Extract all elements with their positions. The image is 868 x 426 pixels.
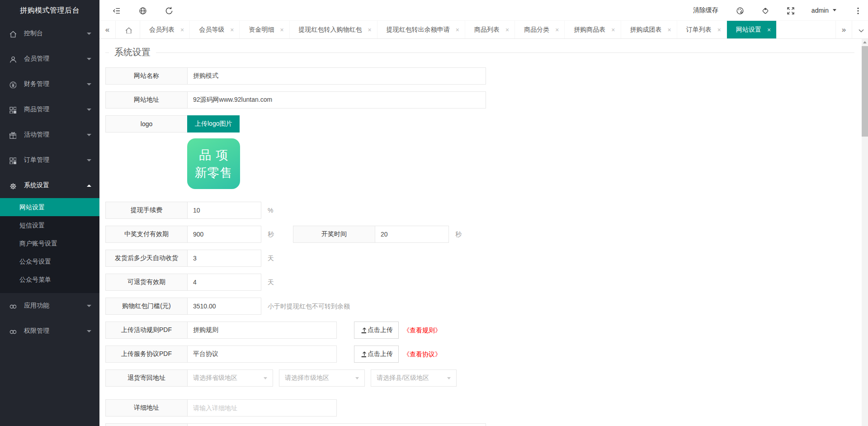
tab-groupbuy-groups[interactable]: 拼购成团表 ×	[621, 21, 677, 38]
view-agreement-link[interactable]: 《查看协议》	[403, 346, 441, 363]
site-name-input[interactable]	[187, 67, 486, 85]
subitem-label: 公众号设置	[19, 258, 51, 265]
sidebar-item-console[interactable]: 控制台	[0, 21, 99, 46]
district-select[interactable]: 请选择县/区级地区	[371, 369, 457, 387]
scrollbar-up-button[interactable]	[862, 39, 868, 45]
chevron-down-icon	[447, 377, 451, 379]
tab-label: 拼购商品表	[574, 26, 605, 34]
auto-receive-days-label: 发货后多少天自动收货	[105, 250, 188, 267]
app-root: 拼购模式管理后台 控制台 会员管理 财务管理 商品管理	[0, 0, 868, 426]
view-rules-link[interactable]: 《查看规则》	[403, 322, 441, 339]
chevron-up-icon	[87, 185, 91, 187]
chevron-down-icon	[87, 159, 91, 161]
draw-time-suffix: 秒	[455, 226, 462, 243]
subitem-label: 商户账号设置	[19, 240, 57, 247]
user-menu[interactable]: admin	[811, 7, 836, 14]
form-row-site-url: 网站地址	[105, 91, 868, 109]
tab-member-list[interactable]: 会员列表 ×	[140, 21, 190, 38]
return-validity-label: 可退货有效期	[105, 274, 188, 291]
chevron-down-icon	[87, 330, 91, 332]
close-icon[interactable]: ×	[555, 26, 559, 33]
site-url-input[interactable]	[187, 91, 486, 109]
tab-redpacket-transfer-in[interactable]: 提现红包转入购物红包 ×	[290, 21, 377, 38]
close-icon[interactable]: ×	[611, 26, 615, 33]
tab-spacer	[777, 21, 835, 38]
page-title: 系统设置	[109, 46, 156, 58]
upload-icon	[360, 327, 366, 333]
tag-icon[interactable]	[761, 6, 769, 14]
topbar: 清除缓存 admin	[99, 0, 868, 21]
activity-rules-upload-button[interactable]: 点击上传	[354, 322, 399, 339]
refresh-icon[interactable]	[165, 6, 173, 14]
service-agreement-upload-button[interactable]: 点击上传	[354, 346, 399, 363]
draw-time-group: 开奖时间 秒	[293, 226, 462, 243]
sidebar-subitem-merchant-account[interactable]: 商户账号设置	[0, 234, 99, 252]
sidebar-item-products[interactable]: 商品管理	[0, 97, 99, 122]
logo-text-line1: 品项	[195, 147, 233, 163]
return-validity-input[interactable]	[187, 274, 261, 291]
return-address-label: 退货寄回地址	[105, 369, 188, 387]
close-icon[interactable]: ×	[767, 26, 771, 33]
draw-time-input[interactable]	[375, 226, 449, 243]
close-icon[interactable]: ×	[717, 26, 721, 33]
sidebar-item-permissions[interactable]: 权限管理	[0, 318, 99, 344]
sidebar-subitem-website-settings[interactable]: 网站设置	[0, 198, 99, 216]
tab-fund-details[interactable]: 资金明细 ×	[240, 21, 289, 38]
sidebar-item-app-functions[interactable]: 应用功能	[0, 293, 99, 318]
close-icon[interactable]: ×	[505, 26, 509, 33]
tab-redpacket-transfer-out[interactable]: 提现红包转出余额申请 ×	[377, 21, 465, 38]
sidebar-item-finance[interactable]: 财务管理	[0, 71, 99, 97]
close-icon[interactable]: ×	[668, 26, 671, 33]
red-packet-threshold-input[interactable]	[187, 298, 261, 315]
tab-order-list[interactable]: 订单列表 ×	[677, 21, 727, 38]
tabs-scroll-right-button[interactable]: »	[835, 21, 852, 38]
chevron-down-icon	[87, 83, 91, 85]
province-select[interactable]: 请选择省级地区	[187, 369, 273, 387]
service-agreement-input[interactable]	[187, 346, 337, 363]
tab-product-list[interactable]: 商品列表 ×	[465, 21, 515, 38]
globe-icon[interactable]	[138, 6, 146, 14]
collapse-sidebar-icon[interactable]	[112, 6, 120, 14]
sidebar-item-label: 控制台	[24, 29, 43, 38]
tab-home[interactable]	[116, 21, 140, 38]
clear-cache-button[interactable]: 清除缓存	[693, 6, 718, 14]
vertical-scrollbar[interactable]	[862, 39, 868, 426]
logo-preview-image: 品项 新零售	[187, 138, 240, 189]
kebab-menu-icon[interactable]	[854, 6, 861, 14]
link-icon	[9, 327, 16, 335]
sidebar-subitem-official-account[interactable]: 公众号设置	[0, 252, 99, 270]
partial-row-input[interactable]	[187, 423, 486, 426]
tab-product-category[interactable]: 商品分类 ×	[515, 21, 565, 38]
scrollbar-thumb[interactable]	[862, 46, 868, 137]
sidebar-subitem-sms-settings[interactable]: 短信设置	[0, 216, 99, 234]
palette-icon[interactable]	[736, 6, 744, 14]
tab-member-level[interactable]: 会员等级 ×	[190, 21, 240, 38]
sidebar-item-activities[interactable]: 活动管理	[0, 122, 99, 147]
tabs-menu-button[interactable]	[852, 21, 868, 38]
tab-groupbuy-products[interactable]: 拼购商品表 ×	[565, 21, 621, 38]
sidebar-item-system-settings[interactable]: 系统设置	[0, 173, 99, 198]
withdraw-fee-input[interactable]	[187, 202, 261, 219]
fullscreen-icon[interactable]	[786, 6, 794, 14]
close-icon[interactable]: ×	[280, 26, 283, 33]
close-icon[interactable]: ×	[368, 26, 372, 33]
tabs-scroll-left-button[interactable]: «	[99, 21, 116, 38]
detail-address-input[interactable]	[187, 399, 337, 417]
sidebar-item-orders[interactable]: 订单管理	[0, 147, 99, 173]
close-icon[interactable]: ×	[230, 26, 234, 33]
chevron-down-icon	[87, 134, 91, 136]
upload-logo-button[interactable]: 上传logo图片	[187, 115, 240, 133]
city-select[interactable]: 请选择市级地区	[279, 369, 365, 387]
sidebar-item-members[interactable]: 会员管理	[0, 46, 99, 71]
close-icon[interactable]: ×	[180, 26, 184, 33]
tab-website-settings[interactable]: 网站设置 ×	[727, 21, 777, 38]
tab-label: 拼购成团表	[630, 26, 662, 34]
win-pay-validity-input[interactable]	[187, 226, 261, 243]
sidebar-subitem-official-account-menu[interactable]: 公众号菜单	[0, 270, 99, 289]
chevron-down-icon	[264, 377, 267, 379]
form-row-return-address: 退货寄回地址 请选择省级地区 请选择市级地区 请选择县/区级地区	[105, 369, 868, 387]
close-icon[interactable]: ×	[456, 26, 459, 33]
activity-rules-input[interactable]	[187, 322, 337, 339]
grid-icon	[9, 156, 16, 164]
auto-receive-days-input[interactable]	[187, 250, 261, 267]
